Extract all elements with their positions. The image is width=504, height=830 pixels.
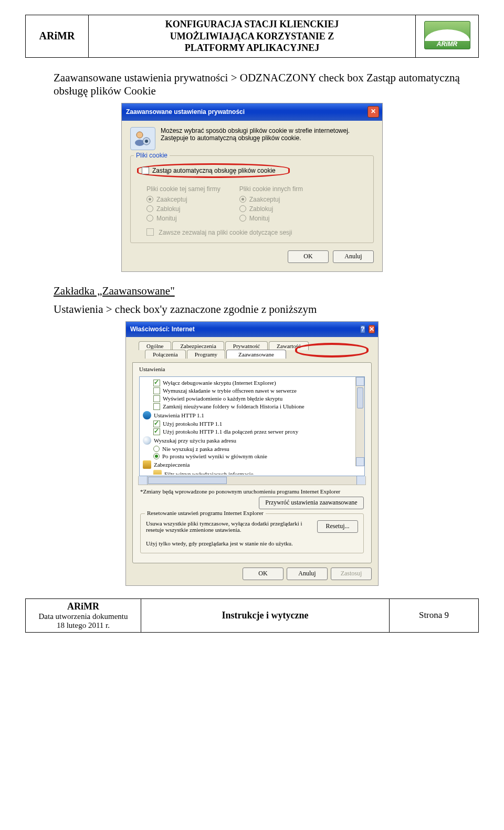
reset-description: Usuwa wszystkie pliki tymczasowe, wyłącz… [146, 520, 312, 533]
footer-page: Strona 9 [390, 598, 479, 632]
radio-block-2 [239, 205, 246, 212]
cancel-button[interactable]: Anuluj [333, 250, 374, 263]
reset-groupbox: Resetowanie ustawień programu Internet E… [140, 513, 364, 553]
checkbox[interactable] [153, 403, 160, 410]
privacy-dialog-screenshot: Zaawansowane ustawienia prywatności ✕ Mo… [121, 103, 383, 272]
apply-button[interactable]: Zastosuj [331, 568, 372, 580]
tree-item-label: Zabezpieczenia [154, 461, 190, 468]
restart-note: *Zmiany będą wprowadzone po ponownym uru… [140, 488, 364, 495]
tree-item[interactable]: Nie wyszukuj z paska adresu [143, 445, 364, 453]
folder-icon [153, 470, 162, 475]
tab-programy[interactable]: Programy [187, 350, 225, 359]
radio-prompt-1 [146, 215, 153, 222]
tab-zawartosc[interactable]: Zawartość [269, 341, 309, 350]
tree-item-label: Użyj protokołu HTTP 1.1 dla połączeń prz… [163, 428, 298, 435]
reset-note: Użyj tylko wtedy, gdy przeglądarka jest … [146, 540, 358, 547]
tree-item-label: Wyświetl powiadomienie o każdym błędzie … [163, 395, 282, 402]
svg-point-3 [145, 140, 148, 143]
override-checkbox-highlight: Zastąp automatyczną obsługę plików cooki… [137, 163, 290, 178]
header-title: KONFIGURACJA STACJI KLIENCKIEJ UMOŻLIWIA… [89, 15, 416, 58]
section-zaawansowane-heading: Zakładka „Zaawansowane" [54, 285, 479, 298]
checkbox[interactable] [153, 395, 160, 402]
tab-ogolne[interactable]: Ogólne [139, 341, 171, 350]
scroll-thumb[interactable] [357, 387, 363, 408]
override-checkbox[interactable] [142, 167, 149, 174]
tree-item: Filtr witryn wyłudzających informacje [143, 469, 364, 475]
paragraph-2: Ustawienia > check box'y zaznaczone zgod… [54, 303, 479, 316]
footer-doc-type: Instrukcje i wytyczne [141, 598, 390, 632]
dialog-title: Zaawansowane ustawienia prywatności [126, 108, 245, 115]
close-icon[interactable]: ✕ [368, 106, 379, 118]
ok-button[interactable]: OK [243, 568, 284, 580]
svg-point-0 [136, 132, 143, 138]
dialog-intro-text: Możesz wybrać sposób obsługi plików cook… [161, 127, 374, 150]
footer-org: ARiMR [67, 601, 99, 612]
tree-item[interactable]: Użyj protokołu HTTP 1.1 dla połączeń prz… [143, 428, 364, 436]
session-label: Zawsze zezwalaj na pliki cookie dotycząc… [159, 229, 292, 236]
tree-item-label: Wymuszaj składanie w trybie offscreen na… [163, 387, 297, 394]
header-org: ARiMR [26, 15, 89, 58]
groupbox-legend: Pliki cookie [134, 152, 170, 159]
tree-item[interactable]: Po prostu wyświetl wyniki w głównym okni… [143, 453, 364, 460]
ie-icon [143, 411, 151, 419]
footer-date-value: 18 lutego 2011 r. [57, 621, 110, 629]
radio[interactable] [153, 453, 160, 459]
tree-item[interactable]: Wymuszaj składanie w trybie offscreen na… [143, 387, 364, 395]
help-icon[interactable]: ? [360, 325, 365, 333]
radio-accept-2 [239, 196, 246, 203]
firstparty-header: Pliki cookie tej samej firmy [146, 185, 220, 193]
tree-item: Ustawienia HTTP 1.1 [143, 411, 364, 420]
vertical-scrollbar[interactable] [355, 377, 364, 466]
reset-button[interactable]: Resetuj... [317, 520, 358, 533]
settings-tree[interactable]: Wyłącz debugowanie skryptu (Internet Exp… [139, 376, 365, 476]
tab-prywatnosc[interactable]: Prywatność [225, 341, 268, 350]
checkbox[interactable] [153, 387, 160, 394]
tree-item-label: Wyszukaj przy użyciu paska adresu [154, 437, 236, 444]
tab-polaczenia[interactable]: Połączenia [145, 350, 186, 359]
tab-zaawansowane[interactable]: Zaawansowane [226, 350, 286, 359]
scroll-up-icon[interactable] [356, 377, 364, 386]
footer-date-label: Data utworzenia dokumentu [39, 612, 128, 621]
mag-icon [143, 436, 151, 445]
tree-item[interactable]: Wyłącz debugowanie skryptu (Internet Exp… [143, 379, 364, 387]
reset-legend: Resetowanie ustawień programu Internet E… [145, 510, 266, 516]
tree-item-label: Ustawienia HTTP 1.1 [154, 412, 204, 418]
tree-item-label: Po prostu wyświetl wyniki w głównym okni… [162, 453, 267, 459]
checkbox[interactable] [153, 380, 160, 386]
radio[interactable] [153, 446, 160, 452]
horizontal-scrollbar[interactable] [138, 476, 366, 485]
restore-defaults-button[interactable]: Przywróć ustawienia zaawansowane [259, 497, 364, 509]
scroll-right-icon[interactable] [356, 476, 365, 485]
scroll-down-icon[interactable] [356, 457, 364, 466]
checkbox[interactable] [153, 428, 160, 435]
ok-button[interactable]: OK [288, 250, 329, 263]
scroll-thumb-h[interactable] [148, 477, 227, 484]
tree-item[interactable]: Zamknij nieużywane foldery w folderach H… [143, 403, 364, 411]
override-label: Zastąp automatyczną obsługę plików cooki… [152, 167, 276, 174]
tree-item-label: Zamknij nieużywane foldery w folderach H… [163, 403, 304, 409]
arimr-logo-icon: ARiMR [424, 21, 470, 49]
doc-footer: ARiMR Data utworzenia dokumentu 18 luteg… [25, 598, 479, 633]
tree-item[interactable]: Wyświetl powiadomienie o każdym błędzie … [143, 395, 364, 403]
checkbox[interactable] [153, 421, 160, 427]
privacy-icon [130, 127, 155, 150]
lock-icon [143, 460, 151, 469]
thirdparty-header: Pliki cookie innych firm [239, 185, 303, 193]
dialog2-titlebar: Właściwości: Internet ? ✕ [126, 322, 378, 337]
scroll-left-icon[interactable] [139, 476, 148, 485]
tab-zabezpieczenia[interactable]: Zabezpieczenia [172, 341, 224, 350]
settings-legend: Ustawienia [139, 366, 366, 372]
header-logo-cell: ARiMR [416, 15, 479, 58]
cancel-button[interactable]: Anuluj [287, 568, 328, 580]
tree-item[interactable]: Użyj protokołu HTTP 1.1 [143, 420, 364, 428]
close-icon[interactable]: ✕ [369, 325, 375, 333]
tabs: Ogólne Zabezpieczenia Prywatność Zawarto… [132, 341, 372, 362]
dialog-titlebar: Zaawansowane ustawienia prywatności ✕ [122, 103, 382, 121]
dialog2-title: Właściwości: Internet [130, 325, 195, 333]
internet-options-screenshot: Właściwości: Internet ? ✕ Ogólne Zabezpi… [125, 321, 379, 586]
session-checkbox [146, 228, 154, 236]
tree-item: Zabezpieczenia [143, 460, 364, 469]
radio-block-1 [146, 205, 153, 212]
tree-item: Wyszukaj przy użyciu paska adresu [143, 436, 364, 445]
tree-item-label: Nie wyszukuj z paska adresu [162, 446, 229, 452]
